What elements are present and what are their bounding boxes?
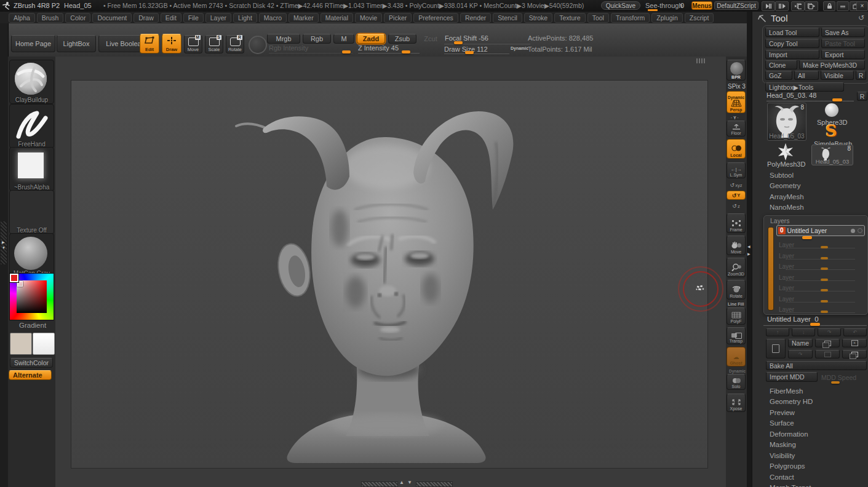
draw-size-track[interactable]: [444, 53, 509, 54]
layer-slider-handle[interactable]: [821, 300, 828, 303]
duplicate-layer-button[interactable]: [815, 339, 840, 347]
goz-visible-button[interactable]: Visible: [821, 71, 854, 80]
delete-layer-button[interactable]: ×: [842, 339, 867, 347]
layer-row[interactable]: Layer: [764, 240, 866, 251]
rotate-view-button[interactable]: Rotate: [727, 280, 746, 299]
main-color-swatch[interactable]: [10, 333, 32, 355]
ghost-button[interactable]: ☁ Ghost: [727, 347, 746, 366]
layer-slider-handle[interactable]: [821, 289, 828, 291]
canvas-grip-icon[interactable]: [696, 58, 705, 63]
document-viewport[interactable]: [71, 80, 708, 469]
goz-button[interactable]: GoZ: [765, 71, 792, 80]
draw-size-dynamic-label[interactable]: Dynamic: [511, 46, 528, 50]
menu-item[interactable]: Preferences: [413, 13, 458, 23]
mdd-speed-handle[interactable]: [831, 381, 840, 384]
alternate-button[interactable]: Alternate: [9, 370, 52, 380]
move-view-button[interactable]: Move: [727, 236, 746, 255]
bpr-render-button[interactable]: BPR: [727, 60, 746, 81]
layer-row[interactable]: Layer: [764, 295, 866, 306]
right-divider-arrow2-icon[interactable]: ▶: [747, 251, 751, 256]
move-button[interactable]: M Move: [184, 35, 202, 53]
persp-button[interactable]: Dynamic Persp: [727, 91, 746, 113]
polyf-button[interactable]: PolyF: [727, 307, 746, 325]
current-material-thumbnail[interactable]: MatCap Gray: [9, 233, 54, 277]
edit-button[interactable]: Edit: [140, 34, 159, 53]
current-stroke-thumbnail[interactable]: FreeHand: [9, 104, 54, 148]
goz-r-button[interactable]: R: [856, 71, 866, 80]
menu-item[interactable]: Alpha: [9, 13, 35, 23]
menu-item[interactable]: Marker: [289, 13, 319, 23]
m-button[interactable]: M: [333, 34, 354, 44]
frame-button[interactable]: Frame: [727, 213, 746, 233]
menu-item[interactable]: Brush: [37, 13, 63, 23]
close-icon[interactable]: ×: [856, 1, 868, 11]
make-polymesh3d-button[interactable]: Make PolyMesh3D: [799, 60, 865, 69]
palette-collapse-icon[interactable]: [757, 14, 766, 25]
selected-layer-label[interactable]: Untitled Layer 0: [767, 315, 819, 323]
right-divider[interactable]: ◀ ▶: [747, 12, 752, 487]
scroll-down-icon[interactable]: ▼: [407, 480, 412, 485]
rot-y-button[interactable]: ↺Y: [727, 191, 746, 200]
draw-button[interactable]: Draw: [162, 34, 181, 53]
menu-item[interactable]: Document: [92, 13, 132, 23]
goz-all-button[interactable]: All: [794, 71, 819, 80]
copy-document-forward-icon[interactable]: [805, 1, 818, 11]
spix-slider[interactable]: SPix 3: [728, 83, 746, 90]
rot-xyz-button[interactable]: ↺xyz: [727, 181, 746, 189]
zsub-button[interactable]: Zsub: [388, 34, 416, 44]
left-divider-arrow-icon[interactable]: ▶: [2, 240, 5, 244]
subpalette-section[interactable]: Deformation: [752, 429, 868, 440]
tool-slider-r-button[interactable]: R: [857, 92, 867, 101]
scroll-up-icon[interactable]: ▲: [399, 480, 404, 485]
subpalette-section[interactable]: Surface: [752, 418, 868, 429]
current-alpha-thumbnail[interactable]: ~BrushAlpha: [9, 147, 54, 191]
subpalette-section[interactable]: Subtool: [752, 170, 868, 181]
home-page-button[interactable]: Home Page: [11, 35, 55, 52]
mrgb-button[interactable]: Mrgb: [267, 34, 300, 44]
sculpt-3d-model[interactable]: [71, 81, 707, 468]
z-intensity-track[interactable]: [358, 52, 420, 53]
bake-all-button[interactable]: Bake All: [766, 361, 867, 370]
subpalette-section[interactable]: FiberMesh: [752, 386, 868, 397]
menu-item[interactable]: Stencil: [493, 13, 522, 23]
lightbox-tools-button[interactable]: Lightbox▶Tools: [765, 82, 844, 92]
floor-button[interactable]: Floor: [727, 121, 746, 137]
rgb-intensity-track[interactable]: [269, 52, 352, 53]
left-edge-divider[interactable]: ▶ ▼: [0, 23, 9, 487]
clone-button[interactable]: Clone: [765, 60, 797, 69]
save-as-button[interactable]: Save As: [821, 28, 865, 37]
zoom3d-button[interactable]: Zoom3D: [727, 258, 746, 277]
mdd-speed-slider-label[interactable]: MDD Speed: [821, 374, 856, 381]
see-through-label[interactable]: See-through: [645, 2, 683, 9]
layer-up-button[interactable]: ↑: [766, 328, 789, 336]
zadd-button[interactable]: Zadd: [357, 34, 385, 44]
active-layer-mode-badge[interactable]: 0: [778, 227, 786, 234]
rgb-intensity-slider-label[interactable]: Rgb Intensity: [269, 44, 308, 52]
layer-slider-handle[interactable]: [821, 311, 828, 313]
layer-name-button[interactable]: Name: [788, 339, 813, 347]
layer-row[interactable]: Layer: [764, 305, 866, 313]
layer-row[interactable]: Layer: [764, 273, 866, 284]
color-picker[interactable]: [9, 273, 54, 320]
rot-z-button[interactable]: ↺z: [727, 202, 746, 210]
simplebrush-tool-icon[interactable]: S: [826, 123, 837, 139]
layer-row[interactable]: Layer: [764, 262, 866, 273]
layer-row[interactable]: Layer: [764, 251, 866, 263]
menu-item[interactable]: Stroke: [524, 13, 552, 23]
current-texture-thumbnail[interactable]: Texture Off: [9, 190, 54, 234]
menu-item[interactable]: File: [183, 13, 204, 23]
import-mdd-button[interactable]: Import MDD: [766, 372, 818, 382]
new-layer-button[interactable]: [766, 339, 786, 358]
xpose-button[interactable]: Xpose: [727, 394, 746, 412]
local-button[interactable]: Local: [727, 139, 746, 159]
secondary-color-swatch[interactable]: [33, 333, 55, 355]
menu-item[interactable]: Tool: [587, 13, 609, 23]
menu-item[interactable]: Picker: [384, 13, 412, 23]
menu-item[interactable]: Zplugin: [651, 13, 682, 23]
layer-down-button[interactable]: ↓: [792, 328, 815, 336]
palette-refresh-icon[interactable]: ↺: [858, 14, 864, 22]
menu-item[interactable]: Material: [321, 13, 353, 23]
lock-icon[interactable]: [823, 1, 835, 11]
subpalette-section[interactable]: Geometry: [752, 181, 868, 192]
layer-slider-handle[interactable]: [821, 267, 828, 270]
